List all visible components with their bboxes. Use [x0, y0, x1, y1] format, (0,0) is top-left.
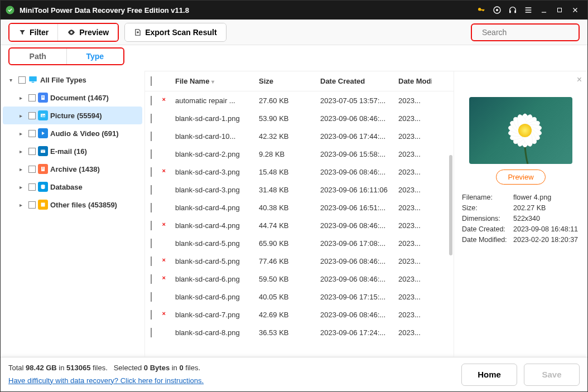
checkbox[interactable]: [28, 94, 36, 101]
checkbox[interactable]: [28, 130, 36, 137]
tree-root-label: All File Types: [40, 76, 86, 84]
checkbox-all[interactable]: [151, 76, 152, 86]
file-created: 2023-07-05 13:57:...: [320, 96, 398, 105]
close-button[interactable]: [567, 2, 583, 18]
filter-icon: [18, 28, 26, 36]
export-button[interactable]: Export Scan Result: [125, 23, 225, 41]
checkbox[interactable]: [151, 203, 152, 212]
file-created: 2023-09-06 08:46:...: [320, 114, 398, 123]
checkbox[interactable]: [151, 149, 152, 159]
checkbox[interactable]: [28, 148, 36, 155]
help-link[interactable]: Have difficulty with data recovery? Clic…: [8, 376, 204, 385]
scrollbar[interactable]: [449, 155, 452, 255]
status-text: Total 98.42 GB in 513065 files. Selected…: [8, 362, 455, 386]
file-row[interactable]: blank-sd-card-5.png77.46 KB2023-09-06 08…: [145, 252, 454, 270]
checkbox[interactable]: [151, 257, 152, 266]
home-button[interactable]: Home: [461, 364, 517, 386]
preview-open-button[interactable]: Preview: [496, 170, 545, 185]
key-icon[interactable]: [474, 2, 489, 18]
file-name: blank-sd-card-2.png: [175, 150, 259, 158]
chevron-right-icon[interactable]: ▸: [20, 202, 26, 208]
file-row[interactable]: blank-sd-card-2.png9.28 KB2023-09-06 15:…: [145, 145, 454, 163]
col-created[interactable]: Date Created: [320, 77, 398, 85]
sidebar-item[interactable]: ▸Picture (55594): [3, 107, 142, 124]
search-input[interactable]: [482, 28, 580, 37]
disc-icon[interactable]: [489, 2, 505, 18]
file-size: 53.90 KB: [259, 114, 320, 123]
chevron-right-icon[interactable]: ▸: [20, 113, 26, 119]
file-row[interactable]: blank-sd-card-3.png15.48 KB2023-09-06 08…: [145, 163, 454, 181]
chevron-down-icon[interactable]: ▾: [9, 77, 16, 83]
checkbox[interactable]: [151, 274, 152, 284]
sidebar-item[interactable]: ▸E-mail (16): [3, 142, 142, 160]
sidebar-item[interactable]: ▸Archive (1438): [3, 160, 142, 178]
checkbox[interactable]: [28, 112, 36, 119]
headphones-icon[interactable]: [505, 2, 520, 18]
sidebar-item[interactable]: ▸Database: [3, 178, 142, 196]
file-created: 2023-09-06 15:58:...: [320, 150, 398, 158]
checkbox[interactable]: [28, 166, 36, 173]
file-modified: 2023...: [398, 311, 432, 319]
file-modified: 2023...: [398, 221, 432, 230]
chevron-right-icon[interactable]: ▸: [20, 95, 26, 101]
file-modified: 2023...: [398, 150, 432, 158]
search-box[interactable]: [471, 23, 580, 41]
sidebar-item[interactable]: ▸Audio & Video (691): [3, 124, 142, 142]
checkbox[interactable]: [151, 239, 152, 248]
maximize-button[interactable]: [552, 2, 567, 18]
chevron-right-icon[interactable]: ▸: [20, 130, 26, 137]
file-created: 2023-09-06 17:44:...: [320, 132, 398, 141]
file-row[interactable]: blank-sd-card-3.png31.48 KB2023-09-06 16…: [145, 181, 454, 199]
preview-image: [469, 97, 572, 164]
menu-icon[interactable]: [520, 2, 536, 18]
file-size: 15.48 KB: [259, 168, 320, 176]
file-size: 9.28 KB: [259, 150, 320, 158]
checkbox[interactable]: [28, 183, 36, 191]
file-row[interactable]: blank-sd-card-4.png44.74 KB2023-09-06 08…: [145, 216, 454, 234]
chevron-right-icon[interactable]: ▸: [20, 184, 26, 190]
file-row[interactable]: blank-sd-card-1.png53.90 KB2023-09-06 08…: [145, 109, 454, 127]
checkbox[interactable]: [151, 96, 152, 105]
file-size: 40.38 KB: [259, 204, 320, 212]
toolbar: Filter Preview Export Scan Result: [1, 20, 587, 45]
checkbox[interactable]: [151, 292, 152, 302]
sidebar-item[interactable]: ▸Other files (453859): [3, 196, 142, 214]
sidebar-item-label: Picture (55594): [50, 112, 102, 120]
tab-type[interactable]: Type: [66, 49, 124, 64]
col-modified[interactable]: Date Modif: [398, 77, 432, 85]
category-icon: [38, 110, 48, 120]
close-preview-button[interactable]: ×: [577, 75, 582, 85]
sidebar: ▾ All File Types ▸Document (1467)▸Pictur…: [1, 65, 144, 357]
checkbox[interactable]: [151, 167, 152, 177]
checkbox[interactable]: [28, 201, 36, 209]
col-filename[interactable]: File Name▾: [175, 77, 259, 85]
chevron-right-icon[interactable]: ▸: [20, 148, 26, 154]
minimize-button[interactable]: [536, 2, 552, 18]
tab-path[interactable]: Path: [9, 49, 66, 64]
checkbox[interactable]: [151, 310, 152, 320]
file-row[interactable]: blank-sd-card-5.png65.90 KB2023-09-06 17…: [145, 234, 454, 252]
file-row[interactable]: blank-sd-card-8.png36.53 KB2023-09-06 17…: [145, 323, 454, 341]
chevron-right-icon[interactable]: ▸: [20, 166, 26, 172]
file-size: 44.74 KB: [259, 221, 320, 230]
checkbox[interactable]: [151, 221, 152, 230]
file-row[interactable]: blank-sd-card-6.png40.05 KB2023-09-06 17…: [145, 288, 454, 306]
preview-button[interactable]: Preview: [57, 24, 118, 41]
file-row[interactable]: blank-sd-card-4.png40.38 KB2023-09-06 16…: [145, 199, 454, 216]
file-row[interactable]: automatic repair ...27.60 KB2023-07-05 1…: [145, 91, 454, 109]
col-size[interactable]: Size: [259, 77, 320, 85]
file-name: blank-sd-card-5.png: [175, 239, 259, 248]
save-button[interactable]: Save: [524, 364, 580, 386]
file-row[interactable]: blank-sd-card-7.png42.69 KB2023-09-06 08…: [145, 306, 454, 323]
filter-button[interactable]: Filter: [9, 24, 57, 41]
checkbox[interactable]: [151, 185, 152, 195]
file-row[interactable]: blank-sd-card-6.png59.50 KB2023-09-06 08…: [145, 270, 454, 288]
sidebar-item-label: E-mail (16): [50, 147, 87, 156]
checkbox[interactable]: [151, 132, 152, 141]
checkbox[interactable]: [151, 328, 152, 337]
checkbox[interactable]: [18, 76, 26, 84]
tree-root[interactable]: ▾ All File Types: [3, 71, 142, 89]
file-row[interactable]: blank-sd-card-10...42.32 KB2023-09-06 17…: [145, 127, 454, 145]
checkbox[interactable]: [151, 114, 152, 123]
sidebar-item[interactable]: ▸Document (1467): [3, 89, 142, 107]
